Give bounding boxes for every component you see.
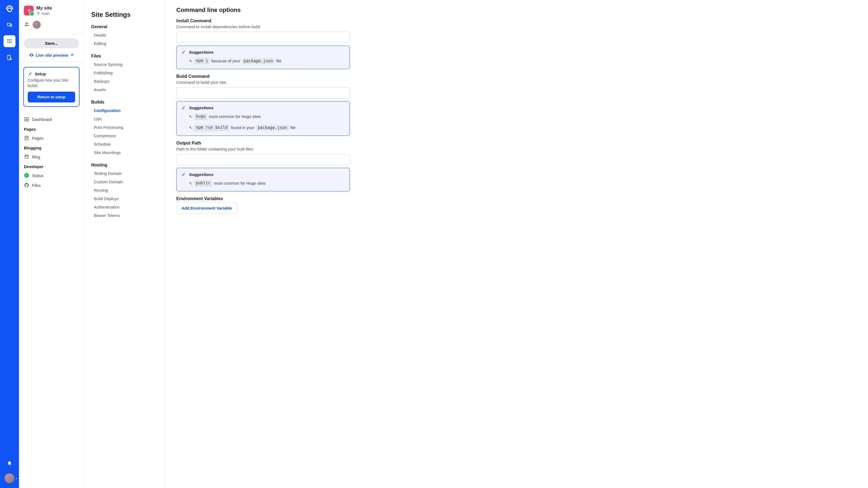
insert-arrow-icon: ↖ <box>189 59 193 63</box>
nav-rail <box>0 0 19 488</box>
nav-head-blogging: Blogging <box>24 143 79 152</box>
external-link-icon <box>70 53 74 57</box>
status-icon: ✓ <box>24 173 29 178</box>
devices-icon[interactable] <box>3 19 16 31</box>
output-label: Output Path <box>176 141 857 145</box>
setup-desc: Configure how your Site builds. <box>28 78 75 88</box>
settings-item-post-processing[interactable]: Post Processing <box>91 123 158 131</box>
build-desc: Command to build your site. <box>176 80 857 85</box>
github-icon <box>24 183 29 188</box>
branch-name: main <box>41 11 50 16</box>
settings-title: Site Settings <box>91 11 158 19</box>
install-desc: Command to install dependencies before b… <box>176 24 857 29</box>
svg-point-10 <box>9 42 10 43</box>
svg-point-5 <box>10 39 12 40</box>
project-branch[interactable]: main <box>36 11 52 16</box>
settings-panel: Site Settings GeneralDetailsEditingFiles… <box>84 0 165 488</box>
page-title: Command line options <box>176 6 857 13</box>
pages-icon <box>24 135 29 141</box>
env-label: Environment Variables <box>176 196 857 201</box>
suggestion-npm-i[interactable]: npm i <box>194 58 210 64</box>
main-content: Command line options Install Command Com… <box>165 0 868 488</box>
settings-item-testing-domain[interactable]: Testing Domain <box>91 169 158 177</box>
svg-rect-20 <box>26 119 26 120</box>
settings-group-head: General <box>91 24 158 29</box>
svg-rect-21 <box>26 119 27 120</box>
settings-item-custom-domain[interactable]: Custom Domain <box>91 177 158 186</box>
svg-point-15 <box>39 12 39 13</box>
setup-card: Setup Configure how your Site builds. Re… <box>23 67 80 107</box>
wand-icon <box>181 172 186 177</box>
settings-item-compressor[interactable]: Compressor <box>91 131 158 140</box>
svg-point-7 <box>9 41 10 42</box>
svg-point-16 <box>38 14 38 14</box>
settings-item-schedule[interactable]: Schedule <box>91 140 158 148</box>
team-row[interactable] <box>19 19 84 34</box>
settings-item-editing[interactable]: Editing <box>91 39 158 48</box>
blog-icon <box>24 154 29 159</box>
svg-point-9 <box>7 42 8 43</box>
sidebar-item-files[interactable]: Files <box>24 180 79 190</box>
settings-item-site-mountings[interactable]: Site Mountings <box>91 148 158 157</box>
insert-arrow-icon: ↖ <box>189 181 193 186</box>
nav-head-developer: Developer <box>24 162 79 170</box>
output-path-input[interactable] <box>176 154 350 165</box>
install-command-input[interactable] <box>176 32 350 43</box>
svg-rect-22 <box>27 119 28 120</box>
settings-group-head: Builds <box>91 100 158 105</box>
svg-point-14 <box>37 12 37 13</box>
project-icon <box>24 6 34 15</box>
user-avatar[interactable] <box>5 474 14 483</box>
suggestion-row: ↖ public most common for Hugo sites <box>181 179 345 187</box>
wand-icon <box>181 50 186 55</box>
suggestion-public[interactable]: public <box>194 180 212 186</box>
team-icon <box>24 21 30 28</box>
insert-arrow-icon: ↖ <box>189 125 193 130</box>
settings-item-source-syncing[interactable]: Source Syncing <box>91 60 158 69</box>
output-suggestions: Suggestions ↖ public most common for Hug… <box>176 168 350 191</box>
dashboard-icon <box>24 117 29 122</box>
bell-icon[interactable] <box>3 458 16 469</box>
suggestion-row: ↖ npm run build found in your package.js… <box>181 123 345 132</box>
settings-item-configuration[interactable]: Configuration <box>91 106 158 115</box>
logo-icon[interactable] <box>5 5 14 14</box>
settings-item-build-deploys[interactable]: Build Deploys <box>91 194 158 203</box>
install-suggestions: Suggestions ↖ npm i because of your pack… <box>176 45 350 69</box>
svg-point-17 <box>26 23 27 24</box>
sidebar-item-pages[interactable]: Pages <box>24 133 79 143</box>
settings-item-authentication[interactable]: Authentication <box>91 203 158 211</box>
return-setup-button[interactable]: Return to setup <box>28 92 75 102</box>
build-command-input[interactable] <box>176 87 350 98</box>
settings-item-bearer-tokens[interactable]: Bearer Tokens <box>91 211 158 220</box>
org-settings-icon[interactable] <box>3 52 16 63</box>
add-env-var-button[interactable]: Add Environment Variable <box>176 202 237 214</box>
settings-item-i18n[interactable]: I18n <box>91 115 158 123</box>
svg-rect-24 <box>25 155 28 158</box>
install-label: Install Command <box>176 19 857 23</box>
live-preview-link[interactable]: Live site preview <box>19 51 84 62</box>
save-button[interactable]: Save... <box>24 38 79 48</box>
settings-item-backups[interactable]: Backups <box>91 77 158 86</box>
sidebar-item-blog[interactable]: Blog <box>24 152 79 162</box>
suggestion-hugo[interactable]: hugo <box>194 113 207 120</box>
suggestion-row: ↖ npm i because of your package.json fil… <box>181 57 345 65</box>
member-avatar <box>33 21 41 29</box>
svg-point-0 <box>8 8 11 12</box>
svg-point-3 <box>7 39 8 40</box>
wand-icon <box>181 105 186 110</box>
nav-head-pages: Pages <box>24 124 79 133</box>
insert-arrow-icon: ↖ <box>189 114 193 119</box>
project-title: My site <box>36 5 52 11</box>
sidebar-item-status[interactable]: ✓ Status <box>24 170 79 180</box>
settings-item-details[interactable]: Details <box>91 31 158 39</box>
settings-item-publishing[interactable]: Publishing <box>91 69 158 77</box>
apps-grid-icon[interactable] <box>3 35 16 47</box>
svg-point-8 <box>10 41 12 42</box>
settings-item-routing[interactable]: Routing <box>91 186 158 194</box>
project-header[interactable]: My site main <box>19 5 84 19</box>
build-suggestions: Suggestions ↖ hugo most common for Hugo … <box>176 101 350 136</box>
settings-item-assets[interactable]: Assets <box>91 86 158 94</box>
sidebar-item-dashboard[interactable]: Dashboard <box>24 115 79 124</box>
svg-point-18 <box>27 23 29 24</box>
suggestion-npm-run-build[interactable]: npm run build <box>194 124 229 131</box>
